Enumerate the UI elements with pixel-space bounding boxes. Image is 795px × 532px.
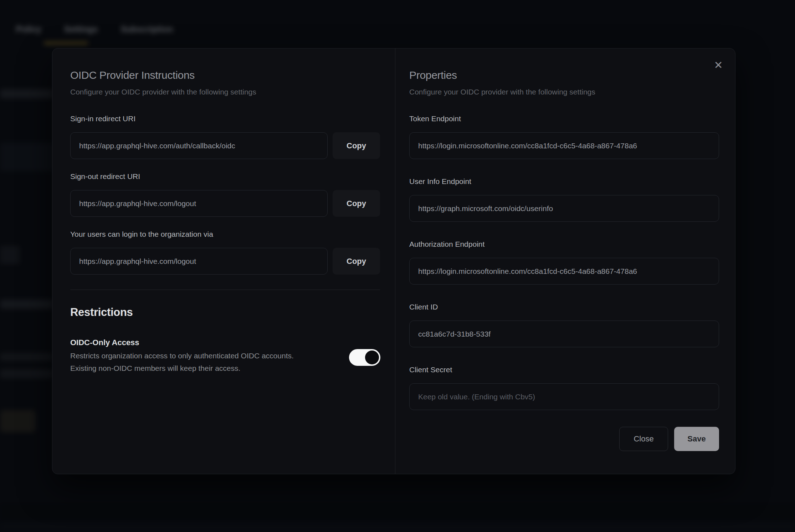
login-via-input[interactable] bbox=[70, 248, 328, 275]
oidc-only-access-description-line1: Restricts organization access to only au… bbox=[70, 352, 294, 360]
properties-column: Properties Configure your OIDC provider … bbox=[409, 48, 719, 474]
copy-signout-button[interactable]: Copy bbox=[333, 190, 380, 217]
save-button[interactable]: Save bbox=[674, 427, 719, 451]
login-via-label: Your users can login to the organization… bbox=[70, 230, 213, 239]
client-id-label: Client ID bbox=[409, 303, 438, 311]
oidc-settings-dialog: ✕ OIDC Provider Instructions Configure y… bbox=[52, 48, 735, 474]
instructions-title: OIDC Provider Instructions bbox=[70, 69, 195, 81]
instructions-subtitle: Configure your OIDC provider with the fo… bbox=[70, 88, 256, 96]
signin-redirect-label: Sign-in redirect URI bbox=[70, 114, 135, 123]
authorization-endpoint-input[interactable] bbox=[409, 258, 719, 285]
token-endpoint-input[interactable] bbox=[409, 132, 719, 159]
oidc-only-access-description-line2: Existing non-OIDC members will keep thei… bbox=[70, 364, 240, 373]
copy-login-via-button[interactable]: Copy bbox=[333, 248, 380, 275]
userinfo-endpoint-label: User Info Endpoint bbox=[409, 177, 471, 186]
restrictions-title: Restrictions bbox=[70, 306, 133, 319]
client-secret-input[interactable] bbox=[409, 383, 719, 410]
client-id-input[interactable] bbox=[409, 321, 719, 347]
userinfo-endpoint-input[interactable] bbox=[409, 195, 719, 222]
section-divider bbox=[70, 290, 380, 290]
oidc-only-access-toggle[interactable] bbox=[349, 349, 380, 366]
copy-signin-button[interactable]: Copy bbox=[333, 132, 380, 159]
column-divider bbox=[395, 48, 395, 474]
oidc-only-access-label: OIDC-Only Access bbox=[70, 338, 139, 347]
instructions-column: OIDC Provider Instructions Configure you… bbox=[70, 48, 380, 474]
authorization-endpoint-label: Authorization Endpoint bbox=[409, 240, 484, 249]
close-button[interactable]: Close bbox=[619, 427, 668, 451]
client-secret-label: Client Secret bbox=[409, 365, 452, 374]
toggle-knob bbox=[365, 351, 379, 364]
token-endpoint-label: Token Endpoint bbox=[409, 114, 461, 123]
signout-redirect-label: Sign-out redirect URI bbox=[70, 172, 140, 181]
signin-redirect-input[interactable] bbox=[70, 132, 328, 159]
signout-redirect-input[interactable] bbox=[70, 190, 328, 217]
properties-subtitle: Configure your OIDC provider with the fo… bbox=[409, 88, 595, 96]
dialog-actions: Close Save bbox=[619, 427, 719, 451]
properties-title: Properties bbox=[409, 69, 457, 81]
